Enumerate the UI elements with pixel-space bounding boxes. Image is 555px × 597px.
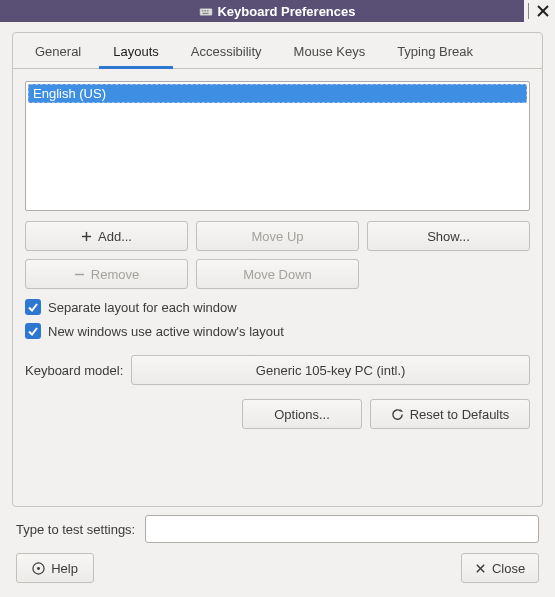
close-button[interactable]: Close xyxy=(461,553,539,583)
svg-rect-4 xyxy=(203,13,209,14)
options-button-label: Options... xyxy=(274,407,330,422)
grid-spacer xyxy=(367,259,530,289)
svg-marker-10 xyxy=(400,408,403,411)
type-to-test-label: Type to test settings: xyxy=(16,522,135,537)
reset-defaults-button[interactable]: Reset to Defaults xyxy=(370,399,530,429)
reset-defaults-label: Reset to Defaults xyxy=(410,407,510,422)
close-x-icon xyxy=(475,563,486,574)
layouts-list[interactable]: English (US) xyxy=(25,81,530,211)
help-icon xyxy=(32,562,45,575)
type-to-test-row: Type to test settings: xyxy=(16,515,539,543)
check-icon xyxy=(27,325,39,337)
window-close-button[interactable] xyxy=(535,3,551,19)
separate-layout-checkbox[interactable] xyxy=(25,299,41,315)
svg-rect-0 xyxy=(200,8,212,15)
check-icon xyxy=(27,301,39,313)
show-button-label: Show... xyxy=(427,229,470,244)
svg-rect-2 xyxy=(205,10,207,11)
add-button-label: Add... xyxy=(98,229,132,244)
move-down-label: Move Down xyxy=(243,267,312,282)
tab-typing-break[interactable]: Typing Break xyxy=(383,34,487,69)
separate-layout-label: Separate layout for each window xyxy=(48,300,237,315)
tab-accessibility[interactable]: Accessibility xyxy=(177,34,276,69)
keyboard-model-value: Generic 105-key PC (intl.) xyxy=(256,363,406,378)
tab-mouse-keys[interactable]: Mouse Keys xyxy=(280,34,380,69)
plus-icon xyxy=(81,231,92,242)
svg-point-12 xyxy=(37,567,40,570)
remove-button[interactable]: Remove xyxy=(25,259,188,289)
minus-icon xyxy=(74,269,85,280)
svg-rect-3 xyxy=(207,10,209,11)
new-windows-checkbox[interactable] xyxy=(25,323,41,339)
help-button[interactable]: Help xyxy=(16,553,94,583)
show-button[interactable]: Show... xyxy=(367,221,530,251)
close-button-label: Close xyxy=(492,561,525,576)
window-title: Keyboard Preferences xyxy=(217,4,355,19)
keyboard-app-icon xyxy=(199,4,213,18)
titlebar: Keyboard Preferences xyxy=(0,0,555,22)
move-up-label: Move Up xyxy=(251,229,303,244)
new-windows-checkbox-row[interactable]: New windows use active window's layout xyxy=(25,323,530,339)
window-body: General Layouts Accessibility Mouse Keys… xyxy=(0,22,555,597)
keyboard-model-button[interactable]: Generic 105-key PC (intl.) xyxy=(131,355,530,385)
tab-content-layouts: English (US) Add... Move Up Show... xyxy=(13,69,542,506)
options-reset-row: Options... Reset to Defaults xyxy=(25,399,530,429)
keyboard-model-label: Keyboard model: xyxy=(25,363,123,378)
close-icon xyxy=(537,5,549,17)
tab-layouts[interactable]: Layouts xyxy=(99,34,173,69)
keyboard-model-row: Keyboard model: Generic 105-key PC (intl… xyxy=(25,355,530,385)
layout-row-selected[interactable]: English (US) xyxy=(28,84,527,103)
tab-bar: General Layouts Accessibility Mouse Keys… xyxy=(13,33,542,69)
options-button[interactable]: Options... xyxy=(242,399,362,429)
layout-row-label: English (US) xyxy=(33,86,106,101)
new-windows-label: New windows use active window's layout xyxy=(48,324,284,339)
add-button[interactable]: Add... xyxy=(25,221,188,251)
action-bar: Help Close xyxy=(16,553,539,583)
move-down-button[interactable]: Move Down xyxy=(196,259,359,289)
svg-rect-1 xyxy=(202,10,204,11)
layout-buttons-grid: Add... Move Up Show... Remove Move Down xyxy=(25,221,530,289)
type-to-test-input[interactable] xyxy=(145,515,539,543)
tab-general[interactable]: General xyxy=(21,34,95,69)
help-button-label: Help xyxy=(51,561,78,576)
refresh-icon xyxy=(391,408,404,421)
titlebar-separator xyxy=(528,3,529,19)
separate-layout-checkbox-row[interactable]: Separate layout for each window xyxy=(25,299,530,315)
move-up-button[interactable]: Move Up xyxy=(196,221,359,251)
notebook: General Layouts Accessibility Mouse Keys… xyxy=(12,32,543,507)
remove-button-label: Remove xyxy=(91,267,139,282)
